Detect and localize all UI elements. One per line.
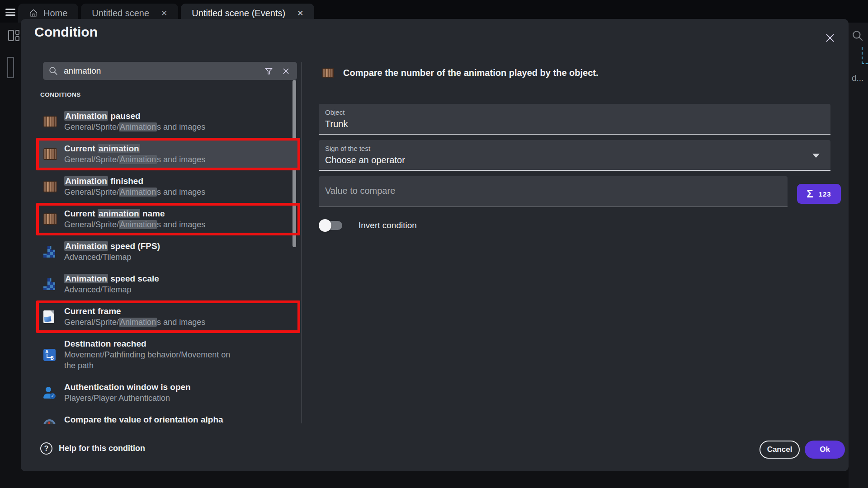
- help-link[interactable]: ? Help for this condition: [40, 442, 145, 455]
- list-item[interactable]: Animation speed scaleAdvanced/Tilemap: [36, 268, 300, 300]
- orient-icon: [43, 419, 56, 424]
- operator-value: Choose an operator: [325, 155, 824, 165]
- condition-title: Destination reached: [64, 338, 294, 349]
- close-dialog-icon[interactable]: [821, 29, 839, 47]
- condition-title: Compare the value of orientation alpha: [64, 414, 294, 424]
- list-item[interactable]: Animation pausedGeneral/Sprite/Animation…: [36, 105, 300, 138]
- value-placeholder: Value to compare: [325, 186, 781, 196]
- condition-path: General/Sprite/Animations and images: [64, 122, 294, 132]
- condition-title: Animation finished: [64, 176, 294, 187]
- home-icon: [29, 9, 38, 18]
- list-item[interactable]: Animation finishedGeneral/Sprite/Animati…: [36, 170, 300, 203]
- scene-object-outline: [7, 57, 14, 78]
- list-item[interactable]: Current animationGeneral/Sprite/Animatio…: [36, 138, 300, 170]
- condition-dialog: Condition CONDITIONS Animation pausedGen…: [21, 19, 849, 471]
- help-icon: ?: [40, 442, 52, 455]
- condition-title: Current animation name: [64, 208, 294, 219]
- condition-search: [43, 62, 297, 80]
- operator-select[interactable]: Sign of the test Choose an operator: [319, 140, 830, 171]
- operator-label: Sign of the test: [325, 145, 824, 152]
- animation-icon: [322, 68, 334, 78]
- list-item[interactable]: Destination reachedMovement/Pathfinding …: [36, 333, 300, 376]
- value-to-compare-field[interactable]: Value to compare: [319, 176, 788, 207]
- condition-title: Animation speed (FPS): [64, 241, 294, 252]
- path-icon: [43, 349, 56, 361]
- condition-path: General/Sprite/Animations and images: [64, 317, 294, 328]
- layout-panels-icon[interactable]: [8, 30, 19, 41]
- selection-marquee: [862, 47, 868, 64]
- ok-button[interactable]: Ok: [805, 441, 845, 459]
- list-item[interactable]: Animation speed (FPS)Advanced/Tilemap: [36, 235, 300, 268]
- tab-label: Home: [43, 8, 67, 19]
- sigma-icon: Σ: [807, 188, 813, 200]
- panel-divider: [301, 62, 302, 423]
- condition-title: Current animation: [64, 143, 294, 154]
- tab-label: Untitled scene (Events): [192, 8, 285, 19]
- list-section-header: CONDITIONS: [40, 91, 300, 98]
- list-item[interactable]: Compare the value of orientation alphaIn…: [36, 409, 300, 424]
- condition-path: Advanced/Tilemap: [64, 284, 294, 295]
- conditions-list: CONDITIONS Animation pausedGeneral/Sprit…: [36, 87, 300, 424]
- list-item[interactable]: Current frameGeneral/Sprite/Animations a…: [36, 300, 300, 333]
- tilemap-icon: [43, 246, 55, 258]
- condition-description: Compare the number of the animation play…: [343, 68, 599, 78]
- list-item[interactable]: Current animation nameGeneral/Sprite/Ani…: [36, 203, 300, 235]
- dialog-title: Condition: [34, 24, 98, 40]
- film-icon: [43, 181, 57, 192]
- hamburger-menu-icon[interactable]: [5, 9, 15, 16]
- object-field-label: Object: [325, 108, 824, 116]
- object-field-value: Trunk: [325, 119, 824, 129]
- filter-icon[interactable]: [263, 65, 274, 77]
- invert-condition-label: Invert condition: [359, 221, 417, 230]
- condition-description-row: Compare the number of the animation play…: [322, 68, 599, 78]
- list-item[interactable]: Authentication window is openPlayers/Pla…: [36, 376, 300, 409]
- tab-label: Untitled scene: [92, 8, 149, 19]
- condition-path: General/Sprite/Animations and images: [64, 154, 294, 165]
- search-icon: [48, 66, 58, 76]
- frame-icon: [43, 310, 54, 323]
- chevron-down-icon: [812, 154, 820, 158]
- condition-title: Authentication window is open: [64, 382, 294, 393]
- cancel-button[interactable]: Cancel: [760, 441, 800, 459]
- film-icon: [43, 148, 57, 160]
- condition-path: Movement/Pathfinding behavior/Movement o…: [64, 349, 243, 371]
- clear-search-icon[interactable]: [280, 65, 292, 77]
- condition-title: Current frame: [64, 306, 294, 317]
- conditions-rows: Animation pausedGeneral/Sprite/Animation…: [36, 105, 300, 424]
- condition-path: Players/Player Authentication: [64, 393, 294, 404]
- film-icon: [43, 213, 57, 225]
- condition-path: Advanced/Tilemap: [64, 252, 294, 263]
- editor-background-right: [849, 19, 868, 488]
- close-tab-icon[interactable]: ✕: [297, 9, 303, 18]
- condition-title: Animation speed scale: [64, 273, 294, 284]
- invert-condition-toggle[interactable]: [319, 219, 343, 232]
- condition-path: General/Sprite/Animations and images: [64, 219, 294, 230]
- invert-condition-row: Invert condition: [319, 219, 417, 232]
- auth-icon: [43, 387, 56, 399]
- film-icon: [43, 116, 57, 127]
- help-label: Help for this condition: [59, 444, 145, 453]
- expression-editor-button[interactable]: Σ 123: [797, 184, 841, 204]
- background-truncated-text: d...: [852, 73, 863, 83]
- condition-path: General/Sprite/Animations and images: [64, 187, 294, 197]
- object-field[interactable]: Object Trunk: [319, 104, 830, 135]
- condition-title: Animation paused: [64, 111, 294, 122]
- close-tab-icon[interactable]: ✕: [161, 9, 167, 18]
- expression-123-label: 123: [819, 190, 831, 198]
- search-input[interactable]: [64, 66, 263, 76]
- tilemap-icon: [43, 278, 55, 290]
- search-icon[interactable]: [852, 30, 863, 43]
